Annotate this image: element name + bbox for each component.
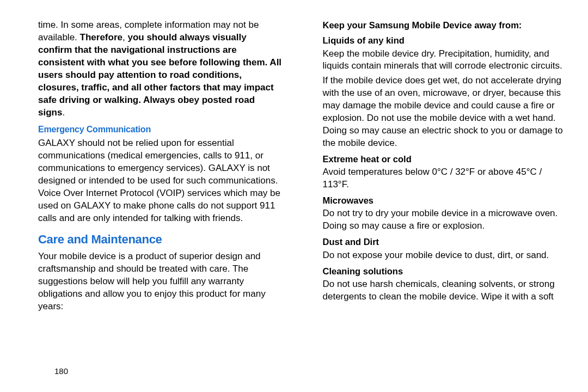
subheading-emergency: Emergency Communication: [38, 124, 282, 136]
paragraph-liquids-1: Keep the mobile device dry. Precipitatio…: [323, 48, 567, 73]
text-fragment-bold: Therefore: [80, 32, 122, 42]
heading-liquids: Liquids of any kind: [323, 34, 567, 46]
text-fragment-bold: you should always visually confirm that …: [38, 32, 281, 118]
heading-heat: Extreme heat or cold: [323, 153, 567, 165]
right-column: Keep your Samsung Mobile Device away fro…: [309, 19, 567, 381]
paragraph-emergency: GALAXY should not be relied upon for ess…: [38, 137, 282, 225]
paragraph-care: Your mobile device is a product of super…: [38, 250, 282, 313]
page-number: 180: [54, 366, 68, 377]
heading-keep-away: Keep your Samsung Mobile Device away fro…: [323, 19, 567, 31]
heading-dust: Dust and Dirt: [323, 236, 567, 248]
heading-cleaning: Cleaning solutions: [323, 265, 567, 277]
left-column: time. In some areas, complete informatio…: [22, 19, 282, 381]
paragraph-microwaves: Do not try to dry your mobile device in …: [323, 207, 567, 232]
document-page: time. In some areas, complete informatio…: [0, 0, 588, 392]
top-paragraph: time. In some areas, complete informatio…: [38, 19, 282, 119]
paragraph-liquids-2: If the mobile device does get wet, do no…: [323, 75, 567, 150]
paragraph-dust: Do not expose your mobile device to dust…: [323, 249, 567, 262]
section-heading-care: Care and Maintenance: [38, 231, 282, 248]
text-fragment: .: [62, 107, 65, 118]
paragraph-heat: Avoid temperatures below 0°C / 32°F or a…: [323, 166, 567, 191]
paragraph-cleaning: Do not use harsh chemicals, cleaning sol…: [323, 278, 567, 303]
heading-microwaves: Microwaves: [323, 194, 567, 206]
